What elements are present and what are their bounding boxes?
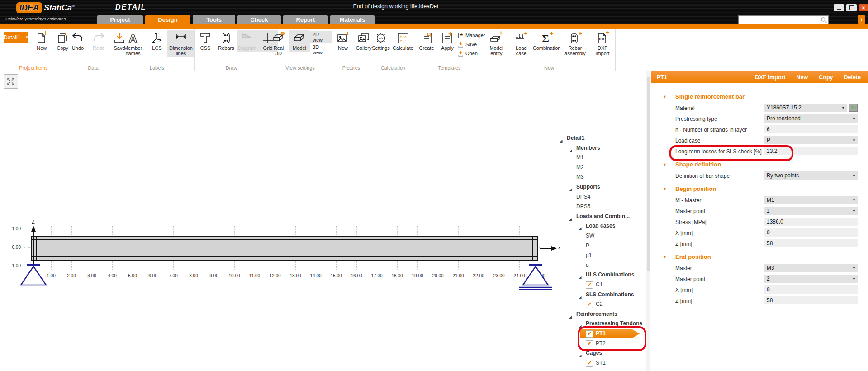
calculate-button[interactable]: +×÷− Calculate bbox=[391, 30, 415, 52]
model-view-button[interactable]: Model bbox=[289, 30, 310, 52]
model-entity-button[interactable]: Model entity bbox=[483, 30, 510, 57]
chevron-down-icon[interactable]: ▼ bbox=[841, 106, 845, 110]
tab-report[interactable]: Report bbox=[283, 15, 328, 24]
minimize-button[interactable] bbox=[834, 4, 844, 11]
chevron-down-icon[interactable]: ▼ bbox=[852, 209, 856, 213]
delete-action[interactable]: Delete bbox=[844, 74, 861, 81]
tree-item-uls-combinations[interactable]: ◢ULS Combinations bbox=[552, 270, 644, 280]
new-action[interactable]: New bbox=[797, 74, 808, 81]
template-save-button[interactable]: Save bbox=[458, 40, 485, 48]
tree-item-c2[interactable]: ✔C2 bbox=[552, 300, 644, 309]
checkbox[interactable]: ✔ bbox=[586, 281, 593, 289]
main-canvas[interactable]: 1.000.00-1.000.001.002.003.004.005.006.0… bbox=[0, 71, 651, 371]
checkbox[interactable]: ✔ bbox=[586, 360, 593, 367]
property-text-field[interactable]: 58 bbox=[764, 296, 858, 304]
combination-button[interactable]: Σ Combination bbox=[533, 30, 560, 52]
tree-scrollbar[interactable] bbox=[646, 71, 650, 371]
property-dropdown-field[interactable]: By two points▼ bbox=[764, 171, 858, 180]
css-button[interactable]: CSS bbox=[195, 30, 216, 52]
chevron-down-icon[interactable]: ▼ bbox=[852, 138, 856, 143]
chevron-down-icon[interactable]: ▼ bbox=[852, 198, 856, 202]
tree-item-m3[interactable]: M3 bbox=[552, 172, 644, 182]
template-manager-button[interactable]: Manager bbox=[458, 31, 485, 39]
section-collapse-icon[interactable]: ▼ bbox=[663, 162, 667, 167]
load-case-button[interactable]: Load case bbox=[510, 30, 533, 57]
tree-item-m1[interactable]: M1 bbox=[552, 153, 644, 162]
rebars-button[interactable]: Rebars bbox=[216, 30, 237, 52]
undo-button[interactable]: Undo bbox=[67, 30, 88, 52]
property-dropdown-field[interactable]: M3▼ bbox=[764, 264, 858, 272]
tree-item-detail1[interactable]: ◢Detail1 bbox=[552, 133, 644, 143]
search-input[interactable] bbox=[739, 16, 821, 23]
panel-body: ▼Single reinforcement barMaterialY1860S7… bbox=[651, 83, 868, 371]
checkbox[interactable]: ✔ bbox=[586, 301, 593, 308]
dimension-lines-button[interactable]: Dimension lines bbox=[167, 30, 194, 57]
tree-item-dps5[interactable]: DPS5 bbox=[552, 202, 644, 211]
property-dropdown-field[interactable]: 2▼ bbox=[764, 275, 858, 283]
tab-tools[interactable]: Tools bbox=[193, 15, 235, 24]
info-button[interactable]: i bbox=[858, 15, 865, 24]
create-template-button[interactable]: Create bbox=[416, 30, 437, 52]
tab-project[interactable]: Project bbox=[97, 15, 143, 24]
tab-check[interactable]: Check bbox=[237, 15, 281, 24]
template-open-button[interactable]: Open bbox=[458, 49, 485, 57]
tree-item-st1[interactable]: ✔ST1 bbox=[552, 358, 644, 368]
lcs-button[interactable]: LCS bbox=[147, 30, 167, 52]
property-dropdown-field[interactable]: 1▼ bbox=[764, 207, 858, 215]
section-collapse-icon[interactable]: ▼ bbox=[663, 95, 667, 99]
2d-view-button[interactable]: 2D view bbox=[310, 31, 332, 43]
chevron-down-icon[interactable]: ▼ bbox=[852, 266, 856, 270]
tree-item-reinforcements[interactable]: ◢Reinforcements bbox=[552, 309, 644, 319]
tab-materials[interactable]: Materials bbox=[330, 15, 375, 24]
member-names-button[interactable]: A Member names bbox=[119, 30, 147, 57]
dxf-import-action[interactable]: DXF Import bbox=[755, 74, 785, 81]
fit-view-button[interactable] bbox=[4, 74, 18, 89]
maximize-button[interactable] bbox=[846, 4, 857, 11]
property-text-field[interactable]: 0 bbox=[764, 228, 858, 237]
dxf-import-button[interactable]: DXF DXF Import bbox=[590, 30, 615, 57]
tree-item-members[interactable]: ◢Members bbox=[552, 143, 644, 153]
property-text-field[interactable]: 1386.0 bbox=[764, 218, 858, 226]
tree-item-load-cases[interactable]: ◢Load cases bbox=[552, 221, 644, 231]
rebar-assembly-button[interactable]: Rebar assembly bbox=[560, 30, 590, 57]
chevron-down-icon[interactable]: ▼ bbox=[852, 117, 856, 121]
apply-template-button[interactable]: Apply bbox=[437, 30, 458, 52]
3d-view-button[interactable]: 3D view bbox=[310, 44, 332, 56]
new-picture-button[interactable]: New bbox=[332, 30, 353, 52]
tree-item-sls-combinations[interactable]: ◢SLS Combinations bbox=[552, 290, 644, 300]
detail-selector[interactable]: Detail1▼ bbox=[4, 32, 28, 43]
tree-item-p[interactable]: P bbox=[552, 241, 644, 251]
copy-action[interactable]: Copy bbox=[819, 74, 833, 81]
tree-item-m2[interactable]: M2 bbox=[552, 163, 644, 172]
tab-design[interactable]: Design bbox=[145, 15, 190, 24]
property-text-field[interactable]: 58 bbox=[764, 239, 858, 247]
property-dropdown-field[interactable]: P▼ bbox=[764, 136, 858, 144]
tree-item-sw[interactable]: SW bbox=[552, 231, 644, 241]
settings-button[interactable]: </> Settings bbox=[370, 30, 391, 52]
tree-item-supports[interactable]: ◢Supports bbox=[552, 182, 644, 192]
property-text-field[interactable]: 0 bbox=[764, 285, 858, 294]
tree-item-loads-and-combin-[interactable]: ◢Loads and Combin... bbox=[552, 212, 644, 221]
close-button[interactable]: ✕ bbox=[859, 4, 868, 11]
property-dropdown-field[interactable]: Y1860S7-15.2▼ bbox=[764, 104, 847, 112]
section-collapse-icon[interactable]: ▼ bbox=[663, 187, 667, 191]
tree-item-c1[interactable]: ✔C1 bbox=[552, 280, 644, 290]
section-collapse-icon[interactable]: ▼ bbox=[663, 255, 667, 259]
property-text-field[interactable]: 6 bbox=[764, 125, 858, 133]
chevron-down-icon[interactable]: ▼ bbox=[852, 174, 856, 178]
tree-item-g1[interactable]: g1 bbox=[552, 251, 644, 260]
tendon-line-top[interactable] bbox=[32, 239, 537, 240]
refresh-material-button[interactable]: ↻ bbox=[849, 104, 858, 112]
tree-item-dps4[interactable]: DPS4 bbox=[552, 192, 644, 202]
new-project-item-button[interactable]: New bbox=[31, 30, 52, 52]
x-tick-label: 4.00 bbox=[104, 273, 120, 278]
search-box[interactable] bbox=[738, 15, 829, 24]
tendon-line-bottom[interactable] bbox=[32, 256, 537, 257]
tree-item-q[interactable]: q bbox=[552, 261, 644, 270]
real-3d-button[interactable]: Real 3D bbox=[268, 30, 289, 57]
document-title: End of design working life.ideaDet bbox=[0, 3, 792, 10]
chevron-down-icon[interactable]: ▼ bbox=[852, 277, 856, 281]
property-dropdown-field[interactable]: Pre-tensioned▼ bbox=[764, 114, 858, 123]
scrollbar-thumb[interactable] bbox=[647, 77, 650, 271]
property-dropdown-field[interactable]: M1▼ bbox=[764, 196, 858, 204]
